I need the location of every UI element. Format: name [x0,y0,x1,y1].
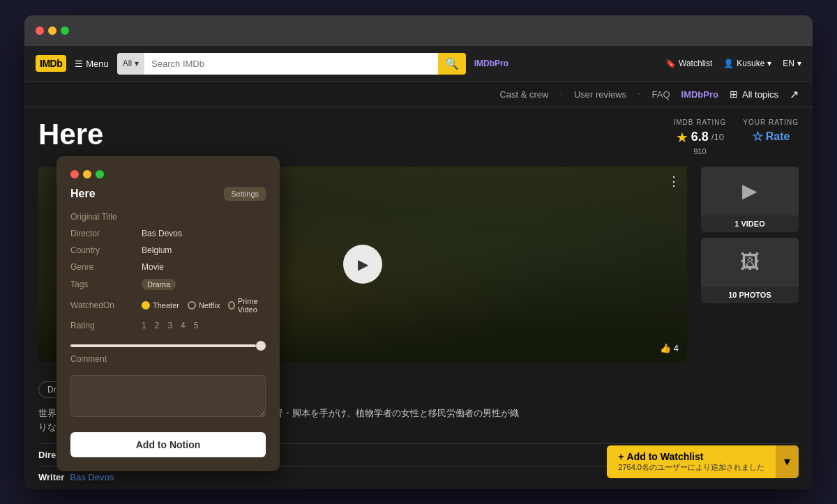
original-title-label: Original Title [70,212,133,222]
imdbpro-button[interactable]: IMDbPro [474,59,508,68]
video-count-label: 1 VIDEO [701,215,799,232]
rating-num-4: 4 [181,321,186,330]
radio-theater-circle [142,301,150,310]
chevron-down-icon: ▾ [135,59,139,68]
rating-slider-fill [70,344,256,347]
watchlist-banner[interactable]: + Add to Watchlist 2764.0名のユーザーにより追加されまし… [607,445,799,478]
bookmark-icon: 🔖 [665,59,676,68]
watchlist-button[interactable]: 🔖 Watchlist [665,59,712,68]
thumbs-up-icon: 👍 [660,343,671,353]
chevron-down-icon: ▾ [784,454,790,469]
share-icon: ↗ [790,89,799,100]
popup-close-button[interactable] [70,170,79,178]
faq-link[interactable]: FAQ [652,89,670,100]
watchlist-expand-button[interactable]: ▾ [776,445,799,478]
separator: · [559,88,562,100]
rating-field-label: Rating [70,321,133,330]
your-rating-label: YOUR RATING [743,119,799,126]
like-button[interactable]: 👍 4 [660,343,679,353]
menu-icon: ☰ [75,59,83,69]
add-to-notion-button[interactable]: Add to Notion [70,432,266,457]
photos-icon: 🖼 [740,250,760,273]
rating-slider-thumb[interactable] [256,341,266,351]
imdb-header: IMDb ☰ Menu All ▾ 🔍 IMDbPro 🔖 Watchli [24,46,813,82]
chevron-down-icon: ▾ [797,59,801,68]
rating-numbers: 1 2 3 4 5 [142,321,198,330]
country-field-label: Country [70,245,133,255]
rating-field-row: Rating 1 2 3 4 5 [70,321,266,347]
movie-title: Here [38,119,103,151]
photos-count-label: 10 PHOTOS [701,287,799,303]
all-topics-button[interactable]: ⊞ All topics [730,89,778,100]
watched-on-label: WatchedOn [70,300,133,310]
popup-minimize-button[interactable] [83,170,91,178]
your-rating-box: YOUR RATING ☆ Rate [743,119,799,155]
user-reviews-link[interactable]: User reviews [574,89,626,100]
genre-field-value: Movie [142,262,164,272]
radio-theater[interactable]: Theater [142,301,179,310]
chevron-down-icon: ▾ [767,59,771,68]
user-button[interactable]: 👤 Kusuke ▾ [723,59,771,68]
settings-button[interactable]: Settings [224,187,266,201]
comment-textarea[interactable] [70,375,266,417]
user-icon: 👤 [723,59,734,68]
sidebar-videos: ▶ 1 VIDEO 🖼 10 PHOTOS [701,167,799,362]
radio-netflix[interactable]: Netflix [188,301,220,310]
search-bar: All ▾ 🔍 [117,53,466,75]
popup-title: Here [70,188,224,200]
maximize-button[interactable] [61,26,69,35]
search-button[interactable]: 🔍 [438,53,466,75]
comment-row: Comment [70,354,266,417]
menu-button[interactable]: ☰ Menu [75,59,109,69]
country-field-row: Country Belgium [70,245,266,255]
watchlist-sub-label: 2764.0名のユーザーにより追加されました [618,462,764,473]
star-filled-icon: ★ [676,129,688,146]
watchlist-main: + Add to Watchlist 2764.0名のユーザーにより追加されまし… [607,445,776,478]
genre-field-label: Genre [70,262,133,272]
rating-num-2: 2 [155,321,160,330]
popup-maximize-button[interactable] [96,170,104,178]
imdbpro-subheader-link[interactable]: IMDbPro [681,89,718,100]
watched-on-row: WatchedOn Theater Netflix Prime Video [70,297,266,314]
sub-header: Cast & crew · User reviews · FAQ IMDbPro… [24,82,813,107]
language-button[interactable]: EN ▾ [783,59,801,68]
director-field-label: Director [70,229,133,238]
radio-prime[interactable]: Prime Video [228,297,266,314]
rating-slider[interactable] [70,344,266,347]
watchlist-main-label: + Add to Watchlist [618,451,764,462]
director-field-row: Director Bas Devos [70,229,266,238]
genre-field-row: Genre Movie [70,262,266,272]
play-icon: ▶ [742,179,757,202]
radio-netflix-circle [188,301,196,310]
cast-crew-link[interactable]: Cast & crew [499,89,548,100]
search-input[interactable] [144,53,438,75]
radio-prime-circle [228,301,234,310]
popup-titlebar: Here Settings [70,187,266,201]
photos-thumb-item[interactable]: 🖼 10 PHOTOS [701,238,799,303]
close-button[interactable] [36,26,44,35]
popup-traffic-lights [70,170,266,178]
photos-icon-area: 🖼 [701,238,799,287]
search-category-dropdown[interactable]: All ▾ [117,53,144,75]
share-button[interactable]: ↗ [790,88,799,101]
writer-link[interactable]: Bas Devos [70,472,114,482]
star-outline-icon: ☆ [752,129,763,144]
score-number: 6.8 [691,130,709,144]
search-icon: 🔍 [445,57,459,70]
tags-field-row: Tags Drama [70,279,266,290]
imdb-rating-box: IMDb RATING ★ 6.8 /10 910 [673,119,726,155]
play-button[interactable]: ▶ [343,245,382,284]
video-thumb-item[interactable]: ▶ 1 VIDEO [701,167,799,232]
tags-chip[interactable]: Drama [142,279,176,290]
rating-num-3: 3 [167,321,172,330]
imdb-logo[interactable]: IMDb [36,55,66,72]
minimize-button[interactable] [48,26,56,35]
traffic-lights [36,26,69,35]
imdb-score: ★ 6.8 /10 [676,129,724,146]
writer-label: Writer [38,472,64,482]
director-field-value: Bas Devos [142,229,182,238]
video-icon-area: ▶ [701,167,799,215]
rate-button[interactable]: ☆ Rate [752,129,790,144]
score-denominator: /10 [711,132,724,142]
original-title-row: Original Title [70,212,266,222]
